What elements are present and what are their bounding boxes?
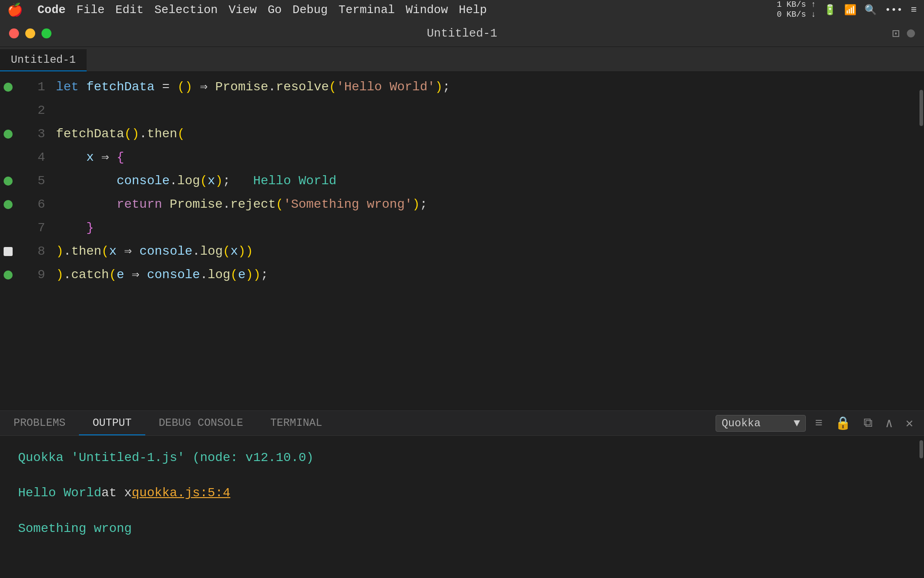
menu-view[interactable]: View <box>229 3 257 17</box>
panel-tab-bar: PROBLEMS OUTPUT DEBUG CONSOLE TERMINAL Q… <box>0 411 924 436</box>
menu-file[interactable]: File <box>76 3 104 17</box>
debug-dot-5 <box>4 177 13 186</box>
output-something-wrong: Something wrong <box>18 517 906 540</box>
editor-tab-untitled[interactable]: Untitled-1 <box>0 49 87 71</box>
code-line-3: fetchData().then( <box>56 122 919 146</box>
menu-window[interactable]: Window <box>406 3 448 17</box>
output-content: Quokka 'Untitled-1.js' (node: v12.10.0) … <box>0 436 924 578</box>
maximize-button[interactable] <box>42 28 51 38</box>
window-controls <box>9 28 51 38</box>
debug-dot-6 <box>4 200 13 209</box>
split-editor-icon[interactable]: ⊡ <box>892 26 900 41</box>
debug-dot-1 <box>4 83 13 92</box>
debug-dot-7 <box>4 224 13 233</box>
panel-scrollbar[interactable] <box>919 436 924 578</box>
close-panel-icon[interactable]: ✕ <box>902 414 917 433</box>
search-icon: 🔍 <box>864 4 877 16</box>
close-button[interactable] <box>9 28 19 38</box>
editor-body: 1 2 3 4 5 6 7 8 9 let fetchData = () ⇒ P… <box>0 72 924 410</box>
network-speed: 1 KB/s ↑ 0 KB/s ↓ <box>777 0 816 19</box>
minimize-button[interactable] <box>25 28 35 38</box>
chevron-up-icon[interactable]: ∧ <box>882 414 896 433</box>
tab-debug-console[interactable]: DEBUG CONSOLE <box>145 411 257 435</box>
output-header-line: Quokka 'Untitled-1.js' (node: v12.10.0) <box>18 447 906 469</box>
title-bar: Untitled-1 ⊡ <box>0 20 924 47</box>
panel-scrollbar-thumb <box>919 440 923 458</box>
lock-icon[interactable]: 🔒 <box>832 414 855 433</box>
apple-icon: 🍎 <box>7 2 23 18</box>
output-selector[interactable]: Quokka ▼ <box>716 415 806 432</box>
code-line-8: ).then(x ⇒ console.log(x)) <box>56 240 919 263</box>
menu-edit[interactable]: Edit <box>116 3 143 17</box>
code-editor[interactable]: let fetchData = () ⇒ Promise.resolve('He… <box>52 72 919 410</box>
output-at-text: at x <box>102 482 132 504</box>
editor-scrollbar[interactable] <box>919 72 924 410</box>
list-icon: ≡ <box>911 5 917 16</box>
code-line-5: console.log(x); Hello World <box>56 169 919 193</box>
editor-tab-bar: Untitled-1 <box>0 47 924 72</box>
line-numbers: 1 2 3 4 5 6 7 8 9 <box>16 72 52 410</box>
output-hello-world-line: Hello World at x quokka.js:5:4 <box>18 482 906 504</box>
editor-container: 1 2 3 4 5 6 7 8 9 let fetchData = () ⇒ P… <box>0 72 924 410</box>
scrollbar-thumb <box>919 90 923 126</box>
code-line-6: return Promise.reject('Something wrong')… <box>56 193 919 216</box>
status-dot <box>907 29 915 37</box>
window-title: Untitled-1 <box>427 27 497 40</box>
menu-selection[interactable]: Selection <box>154 3 217 17</box>
battery-icon: 🔋 <box>824 4 836 16</box>
output-panel: PROBLEMS OUTPUT DEBUG CONSOLE TERMINAL Q… <box>0 410 924 578</box>
clear-output-icon[interactable]: ≡ <box>811 415 826 432</box>
debug-dot-8 <box>4 247 13 256</box>
tab-problems[interactable]: PROBLEMS <box>0 411 79 435</box>
menu-terminal[interactable]: Terminal <box>338 3 395 17</box>
wifi-icon: 📶 <box>844 4 856 16</box>
tab-terminal[interactable]: TERMINAL <box>257 411 336 435</box>
menu-go[interactable]: Go <box>268 3 282 17</box>
debug-dot-4 <box>4 153 13 162</box>
title-right-controls: ⊡ <box>892 26 915 41</box>
menu-help[interactable]: Help <box>459 3 487 17</box>
copy-icon[interactable]: ⧉ <box>860 415 876 432</box>
panel-right-controls: Quokka ▼ ≡ 🔒 ⧉ ∧ ✕ <box>716 414 924 433</box>
menu-bar: 🍎 Code File Edit Selection View Go Debug… <box>0 0 924 20</box>
debug-indicators <box>0 72 16 410</box>
menubar-right-icons: 1 KB/s ↑ 0 KB/s ↓ 🔋 📶 🔍 ••• ≡ <box>777 0 917 19</box>
code-line-9: ).catch(e ⇒ console.log(e)); <box>56 263 919 287</box>
code-line-1: let fetchData = () ⇒ Promise.resolve('He… <box>56 75 919 99</box>
output-link[interactable]: quokka.js:5:4 <box>132 482 230 504</box>
tab-output[interactable]: OUTPUT <box>79 411 145 435</box>
menu-code[interactable]: Code <box>37 3 65 17</box>
code-line-7: } <box>56 216 919 240</box>
debug-dot-3 <box>4 130 13 139</box>
code-line-2 <box>56 99 919 122</box>
debug-dot-9 <box>4 270 13 280</box>
code-line-4: x ⇒ { <box>56 146 919 169</box>
debug-dot-2 <box>4 106 13 115</box>
menu-debug[interactable]: Debug <box>292 3 328 17</box>
more-icon: ••• <box>885 5 903 16</box>
output-hello-text: Hello World <box>18 482 102 504</box>
